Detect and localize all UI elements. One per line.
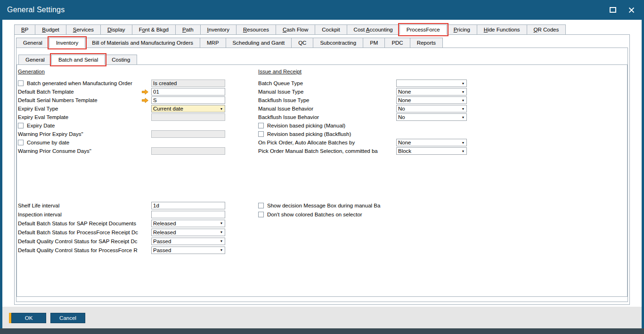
tab-l1-processforce[interactable]: ProcessForce — [399, 24, 447, 35]
batch-generated-event-field[interactable] — [151, 80, 225, 87]
expiry-eval-template-label: Expiry Eval Template — [18, 114, 151, 120]
warning-prior-consume-row: Warning Prior Consume Days" — [18, 147, 225, 155]
dropdown-arrow-icon: ▼ — [460, 90, 466, 94]
manual-issue-type-select[interactable]: None ▼ — [396, 88, 467, 95]
inspection-interval-row: Inspection interval — [18, 210, 225, 219]
tab-l1-qr-codes[interactable]: QR Codes — [527, 24, 566, 35]
window-bottom-border — [0, 328, 644, 334]
cancel-button[interactable]: Cancel — [50, 313, 85, 323]
tab-l2-mrp[interactable]: MRP — [200, 38, 226, 48]
warning-prior-expiry-field[interactable] — [151, 130, 225, 138]
tab-l2-pdc[interactable]: PDC — [384, 38, 410, 48]
link-arrow-icon[interactable] — [142, 89, 151, 95]
manual-issue-behavior-value: No — [397, 106, 460, 111]
show-decision-checkbox[interactable] — [258, 203, 264, 208]
consume-by-date-label: Consume by date — [27, 140, 225, 145]
shelf-life-row: Shelf Life interval — [18, 201, 225, 210]
pick-order-manual-select[interactable]: Block ▼ — [396, 147, 467, 155]
tab-l1-services[interactable]: Services — [66, 24, 101, 35]
tab-l1-path[interactable]: Path — [175, 24, 201, 35]
batch-status-sap-select[interactable]: Released ▼ — [151, 220, 225, 227]
qc-status-pf-row: Default Quality Control Status for Proce… — [18, 246, 225, 254]
expiry-eval-type-label: Expiry Eval Type — [18, 106, 151, 111]
tab-l1-resources[interactable]: Resources — [236, 24, 276, 35]
revision-manual-checkbox[interactable] — [258, 123, 264, 128]
tab-l3-general[interactable]: General — [18, 55, 52, 65]
batch-generated-checkbox[interactable] — [18, 80, 24, 86]
expiry-eval-type-row: Expiry Eval Type Current date ▼ — [18, 104, 225, 113]
tab-l2-general[interactable]: General — [16, 38, 49, 48]
consume-by-date-checkbox[interactable] — [18, 140, 24, 145]
tab-l2-qc[interactable]: QC — [291, 38, 313, 48]
pick-order-allocate-select[interactable]: None ▼ — [396, 139, 467, 146]
batch-queue-type-select[interactable]: ▼ — [396, 80, 467, 87]
expiry-eval-template-field[interactable] — [151, 113, 225, 121]
revision-manual-label: Revision based picking (Manual) — [267, 123, 467, 128]
expiry-eval-type-select[interactable]: Current date ▼ — [151, 105, 225, 112]
tab-l2-pm[interactable]: PM — [363, 38, 385, 48]
expiry-date-checkbox[interactable] — [18, 123, 24, 128]
ok-button[interactable]: OK — [11, 313, 46, 323]
tab-l2-inventory[interactable]: Inventory — [49, 38, 85, 48]
batch-status-sap-value: Released — [152, 221, 218, 226]
qc-status-pf-select[interactable]: Passed ▼ — [151, 247, 225, 254]
revision-backflush-checkbox[interactable] — [258, 131, 264, 137]
general-settings-window: General Settings BPBudgetServicesDisplay… — [0, 0, 644, 334]
tab-l1-pricing[interactable]: Pricing — [447, 24, 477, 35]
batch-serial-panel: Generation Batch generated when Manufact… — [16, 64, 628, 297]
batch-queue-type-row: Batch Queue Type ▼ — [258, 79, 467, 87]
tab-l2-scheduling-and-gantt[interactable]: Scheduling and Gantt — [226, 38, 292, 48]
link-arrow-icon[interactable] — [142, 98, 151, 103]
backflush-issue-type-select[interactable]: None ▼ — [396, 96, 467, 104]
tab-l1-inventory[interactable]: Inventory — [200, 24, 236, 35]
backflush-issue-behavior-value: No — [397, 114, 460, 120]
default-batch-template-row: Default Batch Template — [18, 87, 225, 96]
backflush-issue-type-value: None — [397, 97, 460, 103]
tab-l3-costing[interactable]: Costing — [105, 55, 137, 65]
default-batch-template-field[interactable] — [151, 88, 225, 95]
expiry-eval-type-value: Current date — [152, 106, 218, 111]
inspection-interval-field[interactable] — [151, 211, 225, 218]
default-serial-template-field[interactable] — [151, 96, 225, 104]
manual-issue-behavior-select[interactable]: No ▼ — [396, 105, 467, 112]
batch-status-pf-row: Default Batch Status for ProcessForce Re… — [18, 228, 225, 237]
dropdown-arrow-icon: ▼ — [460, 107, 466, 111]
section-generation-heading: Generation — [18, 69, 225, 77]
consume-by-date-row: Consume by date — [18, 138, 225, 147]
revision-backflush-label: Revision based picking (Backflush) — [267, 131, 467, 137]
tab-l1-budget[interactable]: Budget — [35, 24, 66, 35]
tab-l1-font-bkgd[interactable]: Font & Bkgd — [132, 24, 176, 35]
qc-status-pf-value: Passed — [152, 247, 218, 253]
tab-l2-bill-of-materials-and-manufacturing-orders[interactable]: Bill of Materials and Manufacturing Orde… — [85, 38, 200, 48]
warning-prior-consume-field[interactable] — [151, 147, 225, 155]
close-icon[interactable] — [628, 7, 635, 13]
backflush-issue-type-row: Backflush Issue Type None ▼ — [258, 96, 467, 104]
tab-l1-hide-functions[interactable]: Hide Functions — [477, 24, 527, 35]
warning-prior-expiry-row: Warning Prior Expiry Days" — [18, 130, 225, 138]
shelf-life-field[interactable] — [151, 202, 225, 209]
tab-l2-reports[interactable]: Reports — [410, 38, 443, 48]
tab-l1-bp[interactable]: BP — [14, 24, 35, 35]
titlebar: General Settings — [0, 0, 644, 20]
tab-l1-cost-accounting[interactable]: Cost Accounting — [347, 24, 400, 35]
tab-l1-display[interactable]: Display — [100, 24, 132, 35]
dropdown-arrow-icon: ▼ — [460, 141, 466, 144]
batch-status-pf-select[interactable]: Released ▼ — [151, 229, 225, 236]
dont-show-colored-row: Don't show colored Batches on selector — [258, 210, 467, 219]
maximize-icon[interactable] — [610, 7, 616, 13]
show-decision-row: Show decision Message Box during manual … — [258, 201, 467, 210]
tab-l1-cash-flow[interactable]: Cash Flow — [276, 24, 315, 35]
tab-l1-cockpit[interactable]: Cockpit — [315, 24, 347, 35]
dont-show-colored-checkbox[interactable] — [258, 212, 264, 217]
tab-l2-subcontracting[interactable]: Subcontracting — [313, 38, 363, 48]
pick-order-allocate-label: On Pick Order, Auto Allocate Batches by — [258, 140, 396, 145]
right-column-spacer — [258, 155, 467, 201]
qc-status-sap-select[interactable]: Passed ▼ — [151, 238, 225, 245]
manual-issue-type-row: Manual Issue Type None ▼ — [258, 87, 467, 96]
dropdown-arrow-icon: ▼ — [218, 107, 225, 111]
tab-l3-batch-and-serial[interactable]: Batch and Serial — [51, 55, 105, 65]
batch-generated-label: Batch generated when Manufacturing Order — [27, 80, 151, 86]
backflush-issue-behavior-select[interactable]: No ▼ — [396, 113, 467, 121]
qc-status-pf-label: Default Quality Control Status for Proce… — [18, 247, 151, 253]
qc-status-sap-row: Default Quality Control Status for SAP R… — [18, 237, 225, 246]
